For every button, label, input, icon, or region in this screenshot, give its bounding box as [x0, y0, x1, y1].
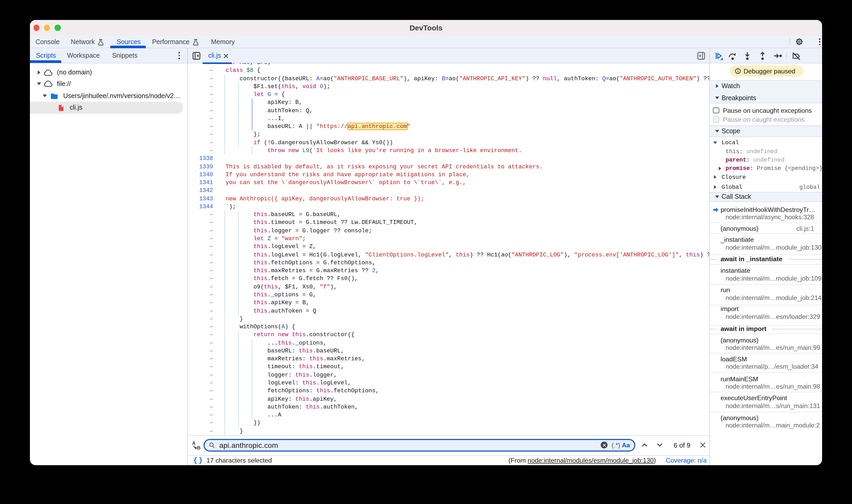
- svg-text:B: B: [197, 446, 200, 450]
- svg-text:A: A: [192, 441, 195, 446]
